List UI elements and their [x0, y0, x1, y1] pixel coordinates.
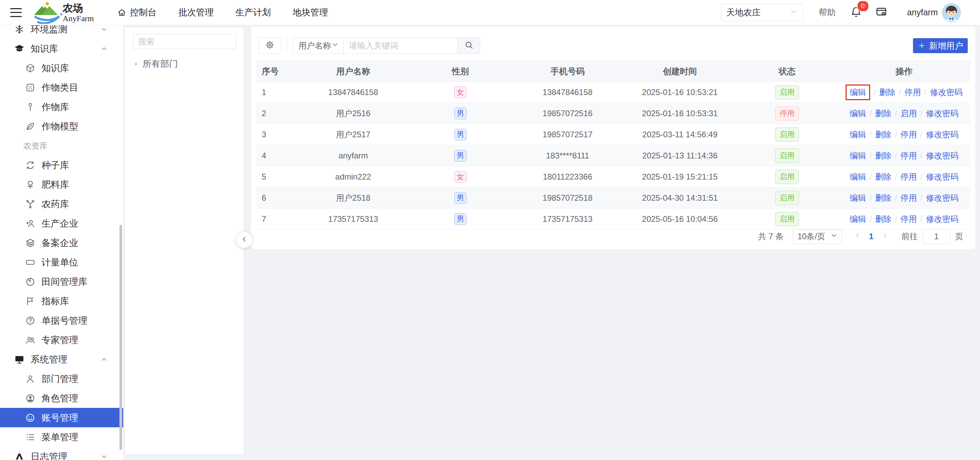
reset-password-link[interactable]: 修改密码 [926, 171, 959, 182]
sidebar-item-crop-category[interactable]: 作物类目 [0, 78, 123, 97]
panel-collapse-button[interactable] [236, 232, 253, 248]
edit-link[interactable]: 编辑 [850, 214, 866, 225]
reset-password-link[interactable]: 修改密码 [926, 150, 959, 161]
edit-link[interactable]: 编辑 [850, 193, 866, 203]
department-search-input[interactable] [133, 34, 236, 49]
sidebar-item-fertilizer-lib[interactable]: 肥料库 [0, 175, 123, 194]
goto-page-input[interactable] [923, 229, 950, 244]
caret-right-icon[interactable] [132, 60, 140, 68]
cell-created: 2025-01-13 11:14:36 [624, 151, 736, 160]
sidebar-item-field-management-lib[interactable]: 田间管理库 [0, 272, 123, 291]
delete-link[interactable]: 删除 [875, 193, 891, 203]
disable-link[interactable]: 停用 [900, 171, 917, 182]
nav-item-plot-management[interactable]: 地块管理 [293, 6, 328, 18]
page-size-select[interactable]: 10条/页 [792, 229, 842, 244]
disable-link[interactable]: 停用 [904, 87, 921, 98]
nav-item-batch-management[interactable]: 批次管理 [178, 6, 214, 18]
nav-item-label: 生产计划 [235, 6, 271, 18]
delete-link[interactable]: 删除 [879, 87, 896, 98]
cell-username: 13847846158 [297, 88, 409, 97]
reset-password-link[interactable]: 修改密码 [930, 87, 963, 98]
sidebar-item-document-number[interactable]: 单据号管理 [0, 311, 123, 330]
edit-link[interactable]: 编辑 [850, 87, 866, 98]
pagination: 共 7 条 10条/页 1 前往 页 [758, 229, 963, 244]
reset-password-link[interactable]: 修改密码 [926, 214, 959, 225]
workbench-settings-button[interactable] [875, 6, 888, 19]
sidebar-item-menu-management[interactable]: 菜单管理 [0, 427, 123, 447]
notifications-button[interactable]: 0 [850, 6, 862, 19]
avatar[interactable] [942, 3, 961, 22]
sidebar-item-label: 备案企业 [41, 237, 78, 249]
farm-select[interactable]: 天地农庄 [721, 4, 804, 21]
column-settings-button[interactable] [258, 37, 282, 54]
prev-page-button[interactable] [853, 232, 862, 241]
status-badge: 启用 [775, 149, 799, 163]
edit-link[interactable]: 编辑 [850, 108, 866, 119]
sidebar-item-department-management[interactable]: 部门管理 [0, 369, 123, 388]
help-link[interactable]: 帮助 [819, 7, 836, 18]
delete-link[interactable]: 删除 [875, 171, 891, 182]
sidebar-item-env-monitor[interactable]: 环境监测 [0, 25, 123, 39]
sidebar-item-label: 作物库 [41, 101, 69, 113]
department-tree-root[interactable]: 所有部门 [132, 58, 243, 70]
reset-password-link[interactable]: 修改密码 [926, 129, 959, 140]
cell-actions: 编辑/删除/启用/修改密码 [838, 108, 970, 119]
disable-link[interactable]: 停用 [900, 193, 917, 203]
disable-link[interactable]: 停用 [900, 150, 917, 161]
search-field-select[interactable]: 用户名称 [293, 37, 344, 54]
sidebar-item-expert-management[interactable]: 专家管理 [0, 330, 123, 350]
edit-link[interactable]: 编辑 [850, 129, 866, 140]
sidebar-item-system-management[interactable]: 系统管理 [0, 350, 123, 369]
cell-index: 1 [256, 88, 297, 97]
sidebar-item-log-management[interactable]: 日志管理 [0, 447, 123, 460]
reset-password-link[interactable]: 修改密码 [926, 108, 959, 119]
sidebar-item-seed-lib[interactable]: 种子库 [0, 155, 123, 175]
sidebar-item-indicator-lib[interactable]: 指标库 [0, 291, 123, 311]
nav-item-console[interactable]: 控制台 [117, 6, 156, 18]
disable-link[interactable]: 停用 [900, 129, 917, 140]
keyword-input[interactable] [344, 37, 458, 54]
sidebar-scrollbar[interactable] [119, 225, 122, 450]
hamburger-menu-icon[interactable] [10, 8, 22, 17]
edit-link[interactable]: 编辑 [850, 150, 866, 161]
sidebar-item-role-management[interactable]: 角色管理 [0, 388, 123, 408]
sidebar-item-knowledge-lib[interactable]: 知识库 [0, 58, 123, 78]
table-row: 4anyfarm男183****81112025-01-13 11:14:36启… [256, 145, 970, 166]
cell-phone: 19857072517 [511, 130, 624, 139]
delete-link[interactable]: 删除 [875, 108, 891, 119]
enable-link[interactable]: 启用 [900, 108, 917, 119]
sidebar-item-crop-model[interactable]: 作物模型 [0, 117, 123, 136]
current-page-number[interactable]: 1 [869, 232, 873, 241]
sidebar-item-production-enterprise[interactable]: 生产企业 [0, 214, 123, 233]
action-separator: / [895, 130, 897, 139]
sidebar-item-pesticide-lib[interactable]: 农药库 [0, 194, 123, 214]
cell-phone: 183****8111 [511, 151, 624, 160]
sidebar-item-knowledge-base[interactable]: 知识库 [0, 39, 123, 58]
sidebar-item-label: 单据号管理 [41, 315, 88, 327]
disable-link[interactable]: 停用 [900, 214, 917, 225]
cell-actions: 编辑/删除/停用/修改密码 [838, 193, 970, 203]
sidebar-item-measure-unit[interactable]: 计量单位 [0, 252, 123, 272]
edit-link[interactable]: 编辑 [850, 171, 866, 182]
sidebar-item-account-management[interactable]: 账号管理 [0, 408, 123, 427]
nav-item-production-plan[interactable]: 生产计划 [235, 6, 271, 18]
search-button[interactable] [458, 37, 480, 54]
reset-password-link[interactable]: 修改密码 [926, 193, 959, 203]
home-icon [117, 8, 127, 18]
cell-username: admin222 [297, 172, 409, 182]
cell-gender: 男 [409, 129, 511, 141]
chevron-left-icon [853, 232, 862, 241]
flower-icon [25, 180, 35, 190]
next-page-button[interactable] [881, 232, 889, 241]
delete-link[interactable]: 删除 [875, 150, 891, 161]
sidebar-item-crop-lib[interactable]: 作物库 [0, 97, 123, 117]
sidebar-item-registered-enterprise[interactable]: 备案企业 [0, 233, 123, 252]
delete-link[interactable]: 删除 [875, 214, 891, 225]
username-label[interactable]: anyfarm [907, 8, 938, 18]
table-row: 2用户2516男198570725162025-01-16 10:53:31停用… [256, 103, 970, 124]
add-user-button[interactable]: 新增用户 [913, 38, 968, 53]
sidebar-item-label: 作物类目 [41, 81, 78, 94]
cell-status: 启用 [736, 170, 838, 184]
delete-link[interactable]: 删除 [875, 129, 891, 140]
department-tree-label: 所有部门 [143, 58, 178, 70]
